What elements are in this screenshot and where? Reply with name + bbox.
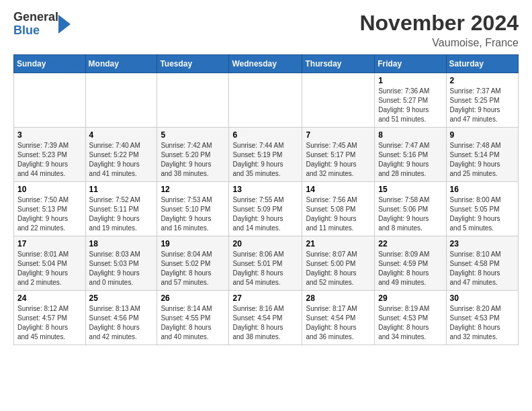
day-info: Sunrise: 8:03 AM Sunset: 5:03 PM Dayligh… — [89, 250, 154, 287]
header-monday: Monday — [85, 55, 157, 73]
calendar-week-2: 3Sunrise: 7:39 AM Sunset: 5:23 PM Daylig… — [14, 128, 519, 182]
table-row: 4Sunrise: 7:40 AM Sunset: 5:22 PM Daylig… — [85, 128, 157, 182]
table-row: 14Sunrise: 7:56 AM Sunset: 5:08 PM Dayli… — [302, 182, 375, 236]
table-row: 15Sunrise: 7:58 AM Sunset: 5:06 PM Dayli… — [375, 182, 446, 236]
day-info: Sunrise: 8:14 AM Sunset: 4:55 PM Dayligh… — [161, 304, 225, 342]
table-row: 19Sunrise: 8:04 AM Sunset: 5:02 PM Dayli… — [157, 236, 229, 291]
day-info: Sunrise: 7:47 AM Sunset: 5:16 PM Dayligh… — [378, 141, 442, 179]
header-thursday: Thursday — [302, 55, 375, 73]
day-number: 14 — [306, 185, 371, 194]
day-info: Sunrise: 7:52 AM Sunset: 5:11 PM Dayligh… — [89, 195, 154, 233]
table-row — [157, 73, 229, 128]
day-number: 17 — [17, 239, 82, 248]
day-number: 18 — [89, 239, 154, 248]
day-info: Sunrise: 7:56 AM Sunset: 5:08 PM Dayligh… — [306, 195, 371, 233]
table-row: 8Sunrise: 7:47 AM Sunset: 5:16 PM Daylig… — [375, 128, 446, 182]
day-info: Sunrise: 7:39 AM Sunset: 5:23 PM Dayligh… — [17, 141, 82, 179]
day-info: Sunrise: 8:04 AM Sunset: 5:02 PM Dayligh… — [161, 250, 225, 287]
day-info: Sunrise: 8:00 AM Sunset: 5:05 PM Dayligh… — [450, 195, 515, 233]
day-number: 20 — [232, 239, 298, 248]
day-number: 27 — [232, 293, 298, 303]
table-row: 11Sunrise: 7:52 AM Sunset: 5:11 PM Dayli… — [85, 182, 157, 236]
table-row: 25Sunrise: 8:13 AM Sunset: 4:56 PM Dayli… — [85, 291, 157, 345]
day-info: Sunrise: 8:19 AM Sunset: 4:53 PM Dayligh… — [378, 304, 442, 342]
day-number: 7 — [306, 130, 371, 140]
day-info: Sunrise: 8:07 AM Sunset: 5:00 PM Dayligh… — [306, 250, 371, 287]
day-number: 21 — [306, 239, 371, 248]
day-info: Sunrise: 7:53 AM Sunset: 5:10 PM Dayligh… — [161, 195, 225, 233]
day-number: 23 — [450, 239, 515, 248]
day-info: Sunrise: 7:48 AM Sunset: 5:14 PM Dayligh… — [450, 141, 515, 179]
day-number: 4 — [89, 130, 154, 140]
calendar-week-1: 1Sunrise: 7:36 AM Sunset: 5:27 PM Daylig… — [14, 73, 519, 128]
day-info: Sunrise: 7:55 AM Sunset: 5:09 PM Dayligh… — [232, 195, 298, 233]
day-number: 16 — [450, 185, 515, 194]
day-number: 29 — [378, 293, 442, 303]
table-row: 13Sunrise: 7:55 AM Sunset: 5:09 PM Dayli… — [229, 182, 302, 236]
table-row — [14, 73, 86, 128]
day-number: 10 — [17, 185, 82, 194]
location: Vaumoise, France — [359, 37, 519, 49]
day-number: 22 — [378, 239, 442, 248]
table-row: 5Sunrise: 7:42 AM Sunset: 5:20 PM Daylig… — [157, 128, 229, 182]
day-info: Sunrise: 7:45 AM Sunset: 5:17 PM Dayligh… — [306, 141, 371, 179]
day-info: Sunrise: 7:40 AM Sunset: 5:22 PM Dayligh… — [89, 141, 154, 179]
day-number: 26 — [161, 293, 225, 303]
day-number: 15 — [378, 185, 442, 194]
table-row — [302, 73, 375, 128]
day-info: Sunrise: 7:44 AM Sunset: 5:19 PM Dayligh… — [232, 141, 298, 179]
header-wednesday: Wednesday — [229, 55, 302, 73]
day-info: Sunrise: 7:36 AM Sunset: 5:27 PM Dayligh… — [378, 87, 442, 124]
table-row: 26Sunrise: 8:14 AM Sunset: 4:55 PM Dayli… — [157, 291, 229, 345]
calendar-header-row: Sunday Monday Tuesday Wednesday Thursday… — [14, 55, 519, 73]
table-row: 23Sunrise: 8:10 AM Sunset: 4:58 PM Dayli… — [446, 236, 518, 291]
calendar-week-4: 17Sunrise: 8:01 AM Sunset: 5:04 PM Dayli… — [14, 236, 519, 291]
day-info: Sunrise: 8:12 AM Sunset: 4:57 PM Dayligh… — [17, 304, 82, 342]
day-info: Sunrise: 8:01 AM Sunset: 5:04 PM Dayligh… — [17, 250, 82, 287]
table-row: 21Sunrise: 8:07 AM Sunset: 5:00 PM Dayli… — [302, 236, 375, 291]
day-number: 11 — [89, 185, 154, 194]
table-row: 6Sunrise: 7:44 AM Sunset: 5:19 PM Daylig… — [229, 128, 302, 182]
table-row: 30Sunrise: 8:20 AM Sunset: 4:53 PM Dayli… — [446, 291, 518, 345]
day-number: 5 — [161, 130, 225, 140]
day-info: Sunrise: 7:37 AM Sunset: 5:25 PM Dayligh… — [450, 87, 515, 124]
header-friday: Friday — [375, 55, 446, 73]
day-info: Sunrise: 7:42 AM Sunset: 5:20 PM Dayligh… — [161, 141, 225, 179]
day-info: Sunrise: 8:16 AM Sunset: 4:54 PM Dayligh… — [232, 304, 298, 342]
table-row: 7Sunrise: 7:45 AM Sunset: 5:17 PM Daylig… — [302, 128, 375, 182]
day-info: Sunrise: 8:13 AM Sunset: 4:56 PM Dayligh… — [89, 304, 154, 342]
table-row — [85, 73, 157, 128]
day-number: 19 — [161, 239, 225, 248]
title-area: November 2024 Vaumoise, France — [359, 11, 519, 49]
day-info: Sunrise: 7:58 AM Sunset: 5:06 PM Dayligh… — [378, 195, 442, 233]
day-number: 6 — [232, 130, 298, 140]
table-row: 9Sunrise: 7:48 AM Sunset: 5:14 PM Daylig… — [446, 128, 518, 182]
table-row: 18Sunrise: 8:03 AM Sunset: 5:03 PM Dayli… — [85, 236, 157, 291]
table-row: 1Sunrise: 7:36 AM Sunset: 5:27 PM Daylig… — [375, 73, 446, 128]
table-row: 24Sunrise: 8:12 AM Sunset: 4:57 PM Dayli… — [14, 291, 86, 345]
header-tuesday: Tuesday — [157, 55, 229, 73]
day-number: 8 — [378, 130, 442, 140]
calendar-week-3: 10Sunrise: 7:50 AM Sunset: 5:13 PM Dayli… — [14, 182, 519, 236]
header: GeneralBlue November 2024 Vaumoise, Fran… — [13, 11, 519, 49]
day-info: Sunrise: 8:06 AM Sunset: 5:01 PM Dayligh… — [232, 250, 298, 287]
table-row: 28Sunrise: 8:17 AM Sunset: 4:54 PM Dayli… — [302, 291, 375, 345]
table-row: 27Sunrise: 8:16 AM Sunset: 4:54 PM Dayli… — [229, 291, 302, 345]
table-row: 20Sunrise: 8:06 AM Sunset: 5:01 PM Dayli… — [229, 236, 302, 291]
table-row: 12Sunrise: 7:53 AM Sunset: 5:10 PM Dayli… — [157, 182, 229, 236]
day-number: 3 — [17, 130, 82, 140]
day-info: Sunrise: 8:09 AM Sunset: 4:59 PM Dayligh… — [378, 250, 442, 287]
day-number: 25 — [89, 293, 154, 303]
logo: GeneralBlue — [13, 11, 71, 38]
day-number: 24 — [17, 293, 82, 303]
table-row: 22Sunrise: 8:09 AM Sunset: 4:59 PM Dayli… — [375, 236, 446, 291]
day-info: Sunrise: 8:17 AM Sunset: 4:54 PM Dayligh… — [306, 304, 371, 342]
day-number: 13 — [232, 185, 298, 194]
calendar-table: Sunday Monday Tuesday Wednesday Thursday… — [13, 54, 519, 345]
day-number: 9 — [450, 130, 515, 140]
table-row — [229, 73, 302, 128]
day-info: Sunrise: 8:20 AM Sunset: 4:53 PM Dayligh… — [450, 304, 515, 342]
header-sunday: Sunday — [14, 55, 86, 73]
table-row: 16Sunrise: 8:00 AM Sunset: 5:05 PM Dayli… — [446, 182, 518, 236]
day-number: 1 — [378, 76, 442, 85]
